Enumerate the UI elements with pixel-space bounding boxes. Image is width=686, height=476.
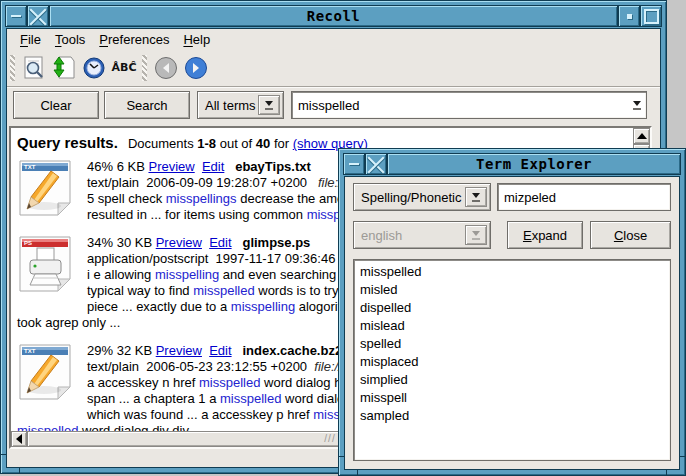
recoll-titlebar[interactable]: Recoll bbox=[5, 5, 662, 27]
menu-item-help[interactable]: Help bbox=[176, 30, 217, 49]
svg-text:PS: PS bbox=[24, 240, 32, 246]
close-dialog-button[interactable]: Close bbox=[590, 221, 671, 249]
maximize-icon bbox=[644, 9, 659, 24]
document-sort-icon[interactable] bbox=[49, 53, 79, 83]
up-arrow-icon bbox=[637, 133, 647, 139]
result-filename: index.cache.bz2 bbox=[242, 343, 342, 358]
term-field[interactable] bbox=[497, 183, 671, 211]
result-text: 34% 30 KB Preview Edit glimpse.psapplica… bbox=[87, 235, 351, 315]
text-file-icon: TXT bbox=[17, 159, 73, 217]
search-input[interactable] bbox=[292, 98, 628, 113]
result-snippet-line: a accesskey n href misspelled word dialo… bbox=[87, 375, 356, 391]
results-total: 40 bbox=[256, 136, 270, 151]
clock-sort-icon[interactable] bbox=[79, 53, 109, 83]
text-file-icon: TXT bbox=[17, 343, 73, 401]
svg-text:TXT: TXT bbox=[24, 348, 36, 354]
search-button[interactable]: Search bbox=[104, 91, 190, 119]
result-snippet-line: span ... a chaptera 1 a misspelled word … bbox=[87, 391, 356, 407]
postscript-file-icon: PS bbox=[17, 235, 73, 293]
chevron-down-icon[interactable] bbox=[258, 95, 280, 115]
close-icon bbox=[29, 7, 47, 25]
menu-item-file[interactable]: File bbox=[13, 30, 48, 49]
preview-link[interactable]: Preview bbox=[156, 235, 202, 250]
shade-icon bbox=[627, 14, 632, 19]
chevron-down-icon[interactable] bbox=[628, 92, 646, 118]
clear-button[interactable]: Clear bbox=[13, 91, 99, 119]
result-snippet-line: text/plain 2006-09-09 19:28:07 +0200 fil… bbox=[87, 175, 357, 191]
result-snippet-line: 5 spell check misspellings decrease the … bbox=[87, 191, 357, 207]
spellcheck-abc-icon[interactable]: ÅBĈ bbox=[109, 53, 139, 83]
minimize-button[interactable] bbox=[343, 153, 365, 175]
menu-item-tools[interactable]: Tools bbox=[48, 30, 92, 49]
expand-mode-value: Spelling/Phonetic bbox=[354, 190, 465, 205]
result-filename: glimpse.ps bbox=[242, 235, 310, 250]
term-list-item[interactable]: mislead bbox=[360, 317, 664, 335]
highlighted-term: misspellings bbox=[166, 191, 237, 206]
menu-item-preferences[interactable]: Preferences bbox=[92, 30, 176, 49]
search-field[interactable] bbox=[291, 91, 647, 119]
result-header-line: 34% 30 KB Preview Edit glimpse.ps bbox=[87, 235, 351, 251]
close-icon bbox=[367, 155, 385, 173]
svg-text:TXT: TXT bbox=[24, 164, 36, 170]
results-range: 1-8 bbox=[197, 136, 216, 151]
close-button[interactable] bbox=[27, 5, 49, 27]
term-explorer-titlebar[interactable]: Term Explorer bbox=[343, 153, 681, 175]
abc-glyph: ÅBĈ bbox=[112, 61, 137, 74]
result-relevance: 29% bbox=[87, 343, 113, 358]
edit-link[interactable]: Edit bbox=[202, 159, 224, 174]
result-header-line: 46% 6 KB Preview Edit ebayTips.txt bbox=[87, 159, 357, 175]
txt-file-icon[interactable]: TXT bbox=[17, 159, 73, 217]
term-list-item[interactable]: dispelled bbox=[360, 299, 664, 317]
document-search-icon[interactable] bbox=[19, 53, 49, 83]
edit-link[interactable]: Edit bbox=[209, 235, 231, 250]
forward-icon[interactable] bbox=[181, 53, 211, 83]
minimize-button[interactable] bbox=[5, 5, 27, 27]
highlighted-term: misspelled bbox=[193, 283, 254, 298]
term-list[interactable]: misspelledmisleddispelledmisleadspelledm… bbox=[353, 259, 671, 461]
expand-button[interactable]: Expand bbox=[507, 221, 583, 249]
left-arrow-icon bbox=[16, 434, 22, 444]
term-list-item[interactable]: misspell bbox=[360, 389, 664, 407]
back-glyph bbox=[153, 55, 179, 81]
ps-file-icon[interactable]: PS bbox=[17, 235, 73, 293]
frame-notch bbox=[357, 470, 358, 475]
result-snippet-line: which was found ... a accesskey p href m… bbox=[87, 407, 356, 423]
result-snippet-line: application/postscript 1997-11-17 09:36:… bbox=[87, 251, 351, 267]
language-select: english bbox=[353, 221, 491, 249]
scroll-up-button[interactable] bbox=[633, 128, 650, 144]
shade-button[interactable] bbox=[618, 5, 640, 27]
result-size: 6 KB bbox=[117, 159, 145, 174]
result-snippet-line: resulted in ... for items using common m… bbox=[87, 207, 357, 223]
term-input[interactable] bbox=[498, 190, 686, 205]
term-list-item[interactable]: sampled bbox=[360, 407, 664, 425]
toolbar-handle[interactable] bbox=[142, 55, 147, 81]
term-explorer-window: Term Explorer Spelling/Phonetic english … bbox=[338, 148, 686, 476]
scroll-left-button[interactable] bbox=[11, 431, 27, 447]
preview-link[interactable]: Preview bbox=[148, 159, 194, 174]
query-bar: Clear Search All terms bbox=[7, 87, 660, 125]
preview-link[interactable]: Preview bbox=[156, 343, 202, 358]
results-title: Query results. bbox=[17, 134, 118, 151]
maximize-button[interactable] bbox=[640, 5, 662, 27]
result-text: 29% 32 KB Preview Edit index.cache.bz2te… bbox=[87, 343, 356, 423]
clock-glyph bbox=[81, 55, 107, 81]
result-snippet-line: piece ... exactly due to a misspelling a… bbox=[87, 299, 351, 315]
txt-file-icon[interactable]: TXT bbox=[17, 343, 73, 401]
match-mode-select[interactable]: All terms bbox=[197, 91, 284, 119]
term-list-item[interactable]: misplaced bbox=[360, 353, 664, 371]
term-list-item[interactable]: spelled bbox=[360, 335, 664, 353]
term-explorer-body: Spelling/Phonetic english Expand Close m… bbox=[344, 176, 680, 470]
back-icon[interactable] bbox=[151, 53, 181, 83]
minimize-icon bbox=[11, 15, 21, 17]
term-list-item[interactable]: misled bbox=[360, 281, 664, 299]
term-list-item[interactable]: simplied bbox=[360, 371, 664, 389]
expand-mode-select[interactable]: Spelling/Phonetic bbox=[353, 183, 491, 211]
language-value: english bbox=[354, 228, 465, 243]
close-button[interactable] bbox=[365, 153, 387, 175]
edit-link[interactable]: Edit bbox=[209, 343, 231, 358]
result-snippet-line: typical way to find misspelled words is … bbox=[87, 283, 351, 299]
chevron-down-icon[interactable] bbox=[465, 187, 487, 207]
term-list-item[interactable]: misspelled bbox=[360, 263, 664, 281]
frame-notch bbox=[19, 468, 20, 473]
toolbar-handle[interactable] bbox=[10, 55, 15, 81]
